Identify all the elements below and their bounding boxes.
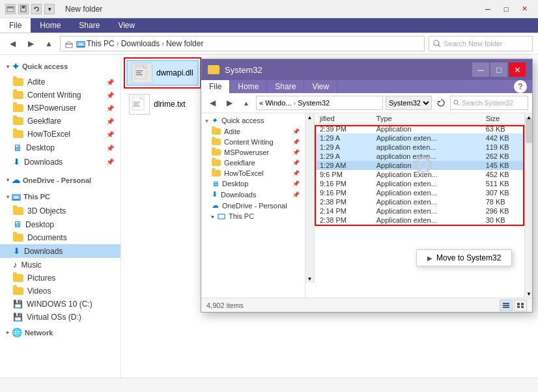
view-details-button[interactable] [500, 300, 513, 311]
file-table-scroll[interactable]: jified Type Size 2:39 PMApplication63 KB… [315, 113, 532, 298]
sidebar-item-downloads-qa[interactable]: ⬇ Downloads 📌 [0, 155, 120, 169]
tab-file[interactable]: File [0, 18, 31, 33]
sidebar-network[interactable]: ▸ 🌐 Network [0, 324, 120, 341]
tab-home[interactable]: Home [31, 18, 70, 33]
up-button[interactable]: ▲ [42, 36, 56, 51]
sidebar-item-geekflare[interactable]: Geekflare 📌 [0, 115, 120, 128]
table-row[interactable]: 2:38 PMApplication exten...30 KB [315, 216, 532, 225]
overlay-sidebar-onedrive[interactable]: ☁ OneDrive - Personal [201, 200, 305, 211]
minimize-button[interactable]: ─ [479, 3, 496, 16]
cell-modified: 9:6 PM [315, 170, 371, 179]
tab-view[interactable]: View [109, 18, 144, 33]
tab-share[interactable]: Share [70, 18, 109, 33]
overlay-sidebar-desktop[interactable]: 🖥 Desktop 📌 [201, 178, 305, 189]
title-bar-title: New folder [65, 5, 102, 14]
table-row[interactable]: 1:29 AApplication exten...442 KB [315, 133, 532, 143]
overlay-tab-share[interactable]: Share [267, 80, 304, 93]
drive-d-icon: 💾 [13, 313, 23, 322]
overlay-sidebar-howtoexcel[interactable]: HowToExcel 📌 [201, 168, 305, 178]
undo-icon[interactable] [31, 4, 42, 14]
close-button[interactable]: ✕ [516, 3, 533, 16]
table-row[interactable]: 1:29 AMApplication145 KB [315, 161, 532, 170]
address-path[interactable]: This PC › Downloads › New folder [60, 36, 425, 51]
table-row[interactable]: 2:14 PMApplication exten...296 KB [315, 206, 532, 216]
search-box[interactable]: Search New folder [429, 36, 533, 51]
sidebar-section-quick-access[interactable]: ▾ ✦ Quick access [0, 57, 120, 76]
sidebar-item-3d-objects[interactable]: 3D Objects [0, 204, 120, 217]
path-dropdown[interactable]: System32 [386, 96, 432, 110]
table-row[interactable]: 2:38 PMApplication exten...78 KB [315, 197, 532, 206]
back-button[interactable]: ◀ [5, 36, 20, 51]
sidebar-item-desktop-pc[interactable]: 🖥 Desktop [0, 217, 120, 231]
overlay-search-box[interactable]: Search System32 [450, 96, 528, 110]
help-button[interactable]: ? [514, 80, 527, 93]
sidebar-item-downloads-pc[interactable]: ⬇ Downloads [0, 244, 120, 258]
forward-button[interactable]: ▶ [23, 36, 38, 51]
table-row[interactable]: 2:39 PMApplication63 KB [315, 124, 532, 134]
cell-type: Application exten... [371, 179, 481, 188]
sidebar-item-howtoexcel[interactable]: HowToExcel 📌 [0, 128, 120, 141]
overlay-up-button[interactable]: ▲ [239, 96, 253, 110]
overlay-sidebar-adite[interactable]: Adite 📌 [201, 126, 305, 137]
scrollbar-thumb[interactable] [526, 117, 532, 143]
table-row[interactable]: 9:16 PMApplication exten...511 KB [315, 179, 532, 188]
overlay-tab-home[interactable]: Home [230, 80, 267, 93]
overlay-quick-access[interactable]: ▾ ✦ Quick access [201, 115, 305, 126]
sidebar-item-downloads-qa-label: Downloads [24, 158, 102, 167]
refresh-button[interactable] [434, 96, 447, 109]
sidebar-onedrive[interactable]: ▾ ☁ OneDrive - Personal [0, 171, 120, 189]
left-scroll: ▲ ▼ [305, 113, 315, 283]
sidebar-item-videos[interactable]: Videos [0, 285, 120, 298]
overlay-back-button[interactable]: ◀ [205, 96, 219, 110]
overlay-maximize-button[interactable]: □ [490, 63, 507, 77]
sidebar-item-music[interactable]: ♪ Music [0, 258, 120, 272]
svg-rect-13 [14, 196, 19, 199]
view-tiles-button[interactable] [514, 300, 527, 311]
sidebar-this-pc[interactable]: ▾ This PC [0, 189, 120, 204]
overlay-sidebar-downloads[interactable]: ⬇ Downloads 📌 [201, 189, 305, 200]
save-icon[interactable] [18, 4, 29, 14]
overlay-pin-adite: 📌 [292, 128, 300, 135]
overlay-sidebar-content-writing[interactable]: Content Writing 📌 [201, 137, 305, 147]
sidebar-item-pictures[interactable]: Pictures [0, 272, 120, 285]
overlay-sidebar-ms[interactable]: MSPoweruser 📌 [201, 147, 305, 158]
sidebar-item-windows[interactable]: 💾 WINDOWS 10 (C:) [0, 298, 120, 311]
sidebar-item-mspoweruser[interactable]: MSPoweruser 📌 [0, 102, 120, 115]
sidebar-item-content-writing[interactable]: Content Writing 📌 [0, 89, 120, 102]
scroll-down-button[interactable]: ▼ [307, 276, 313, 282]
overlay-tab-view[interactable]: View [304, 80, 337, 93]
cell-type: Application Exten... [371, 170, 481, 179]
svg-point-28 [454, 100, 458, 104]
sidebar-item-desktop[interactable]: 🖥 Desktop 📌 [0, 141, 120, 155]
scrollbar-up[interactable]: ▲ [525, 113, 532, 121]
table-row[interactable]: 9:16 PMApplication exten...307 KB [315, 188, 532, 197]
table-row[interactable]: 1:29 Aapplication exten...262 KB [315, 152, 532, 161]
overlay-sidebar-this-pc[interactable]: ▸ This PC [201, 211, 305, 221]
maximize-button[interactable]: □ [498, 3, 515, 16]
svg-rect-32 [503, 305, 509, 306]
file-item-dwmapi[interactable]: dwmapi.dll [126, 60, 199, 86]
sidebar-item-adite[interactable]: Adite 📌 [0, 76, 120, 89]
overlay-tab-file[interactable]: File [201, 80, 230, 93]
overlay-forward-button[interactable]: ▶ [222, 96, 236, 110]
overlay-minimize-button[interactable]: ─ [472, 63, 489, 77]
overlay-sidebar-geekflare[interactable]: Geekflare 📌 [201, 158, 305, 168]
overlay-address-path[interactable]: « Windo... › System32 [256, 96, 383, 110]
table-row[interactable]: 1:29 Aapplication exten...119 KB [315, 143, 532, 152]
breadcrumb-downloads[interactable]: Downloads [121, 39, 160, 48]
down-arrow-icon[interactable]: ▾ [44, 4, 55, 14]
right-scrollbar[interactable]: ▲ ▼ [524, 113, 532, 298]
breadcrumb-new-folder[interactable]: New folder [166, 39, 203, 48]
overlay-sidebar-ms-label: MSPoweruser [224, 148, 269, 156]
context-menu-move[interactable]: ▶ Move to System32 [417, 250, 511, 266]
scrollbar-down[interactable]: ▼ [525, 290, 532, 298]
breadcrumb-this-pc[interactable]: This PC [76, 39, 115, 48]
overlay-folder-excel [212, 170, 221, 176]
col-type[interactable]: Type [371, 113, 481, 124]
overlay-close-button[interactable]: ✕ [509, 63, 526, 77]
sidebar-item-documents[interactable]: Documents [0, 231, 120, 244]
scroll-up-button[interactable]: ▲ [307, 115, 313, 120]
sidebar-item-virtual-os[interactable]: 💾 Virtual OSs (D:) [0, 311, 120, 324]
table-row[interactable]: 9:6 PMApplication Exten...452 KB [315, 170, 532, 179]
col-modified[interactable]: jified [315, 113, 371, 124]
